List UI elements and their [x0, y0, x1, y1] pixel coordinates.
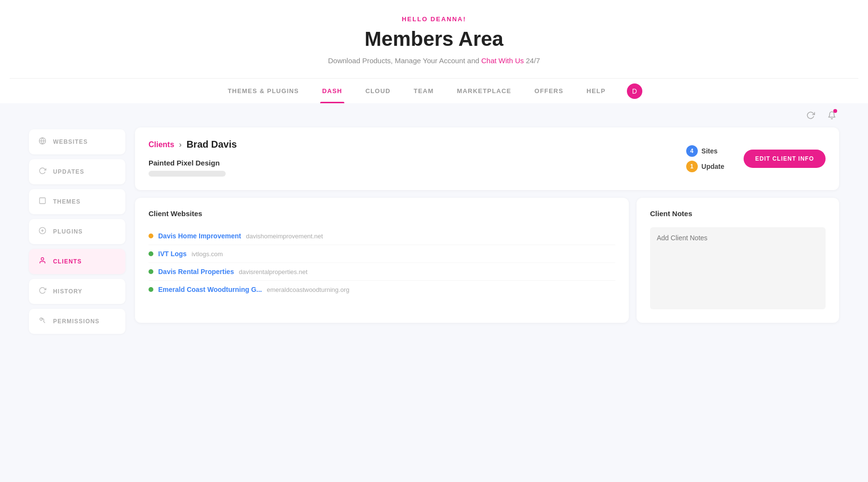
bottom-cards: Client Websites Davis Home Improvement d… [135, 198, 839, 323]
stat-updates: 1 Update [686, 161, 724, 172]
list-item: Davis Home Improvement davishomeimprovem… [149, 227, 615, 245]
user-avatar[interactable]: D [627, 83, 642, 99]
client-websites-card: Client Websites Davis Home Improvement d… [135, 198, 629, 323]
client-meta: Painted Pixel Design [149, 159, 237, 179]
site-name[interactable]: Davis Rental Properties [158, 268, 234, 275]
sidebar-label-history: HISTORY [53, 288, 82, 295]
site-name[interactable]: Davis Home Improvement [158, 232, 241, 240]
plugins-icon [38, 227, 47, 236]
subtitle-post: 24/7 [526, 56, 540, 65]
nav-cloud[interactable]: CLOUD [364, 79, 393, 103]
updates-icon [38, 167, 47, 177]
sidebar-label-clients: CLIENTS [53, 258, 82, 265]
sidebar: WEBSITES UPDATES THEMES PLUGINS CLIENTS [29, 127, 125, 334]
sidebar-item-plugins[interactable]: PLUGINS [29, 219, 125, 244]
bell-icon[interactable] [825, 108, 839, 123]
client-company: Painted Pixel Design [149, 159, 237, 167]
site-url: ivtlogs.com [191, 250, 223, 258]
breadcrumb: Clients › Brad Davis [149, 139, 237, 150]
sidebar-item-themes[interactable]: THEMES [29, 189, 125, 214]
site-url: emeraldcoastwoodturning.org [267, 286, 349, 293]
edit-client-button[interactable]: EDIT CLIENT INFO [744, 150, 826, 168]
list-item: Davis Rental Properties davisrentalprope… [149, 263, 615, 281]
client-email [149, 171, 226, 177]
nav-marketplace[interactable]: MARKETPLACE [455, 79, 513, 103]
sidebar-label-updates: UPDATES [53, 168, 84, 175]
breadcrumb-current: Brad Davis [187, 139, 237, 150]
page-subtitle: Download Products, Manage Your Account a… [10, 56, 858, 65]
history-icon [38, 287, 47, 296]
site-name[interactable]: Emerald Coast Woodturning G... [158, 286, 262, 293]
sidebar-label-permissions: PERMISSIONS [53, 318, 100, 325]
nav-dash[interactable]: DASH [320, 79, 344, 103]
toolbar [0, 103, 868, 127]
sidebar-label-websites: WEBSITES [53, 138, 88, 145]
list-item: IVT Logs ivtlogs.com [149, 245, 615, 263]
subtitle-pre: Download Products, Manage Your Account a… [328, 56, 479, 65]
client-stats: 4 Sites 1 Update [686, 145, 724, 172]
stat-sites: 4 Sites [686, 145, 718, 157]
hello-greeting: HELLO DEANNA! [10, 15, 858, 23]
site-status-dot [149, 234, 153, 238]
updates-badge: 1 [686, 161, 698, 172]
main-layout: WEBSITES UPDATES THEMES PLUGINS CLIENTS [0, 127, 868, 353]
globe-icon [38, 137, 47, 147]
nav-help[interactable]: HELP [584, 79, 607, 103]
list-item: Emerald Coast Woodturning G... emeraldco… [149, 281, 615, 298]
sidebar-label-plugins: PLUGINS [53, 228, 83, 235]
sidebar-item-updates[interactable]: UPDATES [29, 159, 125, 184]
nav-offers[interactable]: OFFERS [532, 79, 565, 103]
client-notes-card: Client Notes [637, 198, 839, 323]
chat-link[interactable]: Chat With Us [481, 56, 524, 65]
site-status-dot [149, 287, 153, 292]
svg-point-7 [40, 318, 42, 320]
client-header-right: 4 Sites 1 Update EDIT CLIENT INFO [686, 145, 826, 172]
breadcrumb-clients[interactable]: Clients [149, 140, 174, 149]
permissions-icon [38, 317, 47, 326]
client-notes-input[interactable] [650, 227, 826, 309]
sidebar-item-history[interactable]: HISTORY [29, 279, 125, 304]
sites-badge: 4 [686, 145, 698, 157]
site-status-dot [149, 269, 153, 274]
refresh-icon[interactable] [803, 108, 818, 123]
nav-themes-plugins[interactable]: THEMES & PLUGINS [226, 79, 301, 103]
clients-icon [38, 257, 47, 266]
breadcrumb-arrow: › [179, 140, 181, 149]
svg-point-6 [41, 258, 43, 260]
site-name[interactable]: IVT Logs [158, 250, 187, 258]
sidebar-item-permissions[interactable]: PERMISSIONS [29, 309, 125, 334]
updates-label: Update [702, 163, 724, 170]
nav-team[interactable]: TEAM [412, 79, 436, 103]
notification-badge [833, 109, 837, 113]
sidebar-item-clients[interactable]: CLIENTS [29, 249, 125, 274]
page-title: Members Area [10, 28, 858, 51]
sidebar-item-websites[interactable]: WEBSITES [29, 129, 125, 154]
themes-icon [38, 197, 47, 207]
site-url: davisrentalproperties.net [239, 268, 307, 275]
notes-card-title: Client Notes [650, 209, 826, 218]
site-status-dot [149, 251, 153, 256]
site-url: davishomeimprovement.net [246, 233, 323, 240]
main-nav: THEMES & PLUGINS DASH CLOUD TEAM MARKETP… [10, 78, 858, 103]
page-header: HELLO DEANNA! Members Area Download Prod… [0, 0, 868, 103]
main-content: Clients › Brad Davis Painted Pixel Desig… [135, 127, 839, 334]
client-header-left: Clients › Brad Davis Painted Pixel Desig… [149, 139, 237, 179]
websites-card-title: Client Websites [149, 209, 615, 218]
svg-rect-2 [40, 198, 45, 204]
client-header-card: Clients › Brad Davis Painted Pixel Desig… [135, 127, 839, 190]
sidebar-label-themes: THEMES [53, 198, 81, 205]
sites-label: Sites [702, 147, 718, 155]
